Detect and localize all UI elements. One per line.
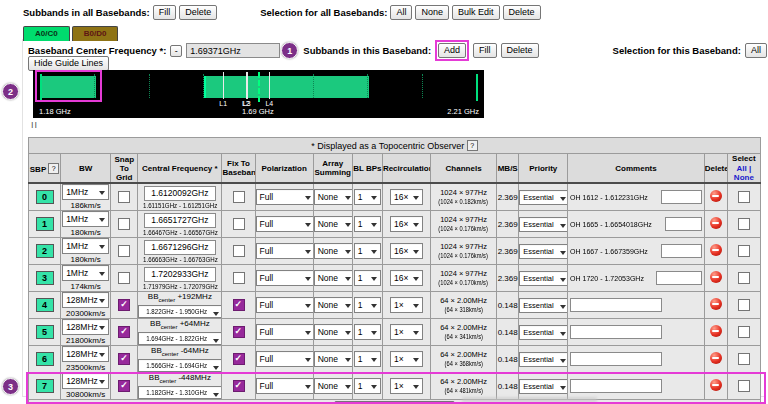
delete-subband-icon[interactable]	[710, 379, 722, 391]
bandwidth-select[interactable]: 128MHz	[62, 292, 109, 308]
snap-to-grid-checkbox[interactable]	[118, 299, 130, 311]
select-subband-checkbox[interactable]	[738, 299, 750, 311]
tab-b0d0[interactable]: B0/D0	[72, 26, 119, 41]
select-subband-checkbox[interactable]	[738, 245, 750, 257]
select-subband-checkbox[interactable]	[738, 326, 750, 338]
bandwidth-select[interactable]: 128MHz	[62, 346, 109, 362]
array-summing-select[interactable]: None	[314, 270, 353, 286]
snap-to-grid-checkbox[interactable]	[118, 191, 130, 203]
delete-subband-icon[interactable]	[710, 298, 722, 310]
priority-select[interactable]: Essential	[519, 352, 568, 367]
select-all-button[interactable]: All	[390, 5, 412, 20]
comment-input[interactable]	[665, 217, 701, 231]
tab-a0c0[interactable]: A0/C0	[23, 26, 70, 41]
subband-block[interactable]	[204, 76, 370, 98]
delete-subband-icon[interactable]	[710, 271, 722, 283]
priority-select[interactable]: Essential	[519, 217, 568, 232]
add-subband-button-top[interactable]: Add	[438, 43, 466, 58]
fix-to-baseband-checkbox[interactable]	[233, 245, 245, 257]
bandwidth-select[interactable]: 1MHz	[62, 184, 109, 200]
bl-bps-select[interactable]: 1	[354, 351, 381, 367]
bl-bps-select[interactable]: 1	[354, 378, 381, 394]
priority-select[interactable]: Essential	[519, 190, 568, 205]
bl-bps-select[interactable]: 1	[354, 216, 381, 232]
polarization-select[interactable]: Full	[256, 243, 314, 259]
comment-input[interactable]	[570, 325, 662, 339]
snap-to-grid-checkbox[interactable]	[118, 272, 130, 284]
delete-baseband-subbands-button[interactable]: Delete	[501, 43, 539, 58]
select-all-this-button[interactable]: All	[745, 43, 767, 58]
polarization-select[interactable]: Full	[256, 351, 314, 367]
fix-to-baseband-checkbox[interactable]	[233, 218, 245, 230]
delete-subband-icon[interactable]	[710, 352, 722, 364]
delete-subband-icon[interactable]	[710, 217, 722, 229]
array-summing-select[interactable]: None	[314, 189, 353, 205]
polarization-select[interactable]: Full	[256, 297, 314, 313]
select-subband-checkbox[interactable]	[738, 353, 750, 365]
array-summing-select[interactable]: None	[314, 351, 353, 367]
select-subband-checkbox[interactable]	[738, 218, 750, 230]
priority-select[interactable]: Essential	[519, 244, 568, 259]
fix-to-baseband-checkbox[interactable]	[233, 353, 245, 365]
recirculation-select[interactable]: 16×	[390, 216, 423, 232]
comment-input[interactable]	[570, 298, 662, 312]
comment-input[interactable]	[656, 271, 701, 285]
delete-subband-icon[interactable]	[710, 190, 722, 202]
bandwidth-select[interactable]: 128MHz	[62, 319, 109, 335]
bl-bps-select[interactable]: 1	[354, 324, 381, 340]
baseband-center-frequency-input[interactable]	[186, 43, 280, 58]
comment-input[interactable]	[661, 244, 702, 258]
note-help-icon[interactable]: ?	[467, 140, 478, 151]
bandwidth-select[interactable]: 1MHz	[62, 238, 109, 254]
snap-to-grid-checkbox[interactable]	[118, 326, 130, 338]
comment-input[interactable]	[570, 352, 662, 366]
delete-selected-button[interactable]: Delete	[503, 5, 541, 20]
polarization-select[interactable]: Full	[256, 189, 314, 205]
delete-subband-icon[interactable]	[710, 244, 722, 256]
select-subband-checkbox[interactable]	[738, 380, 750, 392]
fix-to-baseband-checkbox[interactable]	[233, 380, 245, 392]
recirculation-select[interactable]: 1×	[390, 297, 423, 313]
delete-subband-icon[interactable]	[710, 325, 722, 337]
fill-all-basebands-button[interactable]: Fill	[153, 5, 177, 20]
delete-all-basebands-button[interactable]: Delete	[179, 5, 217, 20]
array-summing-select[interactable]: None	[314, 324, 353, 340]
polarization-select[interactable]: Full	[256, 324, 314, 340]
bl-bps-select[interactable]: 1	[354, 297, 381, 313]
array-summing-select[interactable]: None	[314, 243, 353, 259]
recirculation-select[interactable]: 1×	[390, 351, 423, 367]
bl-bps-select[interactable]: 1	[354, 189, 381, 205]
comment-input[interactable]	[570, 379, 662, 393]
array-summing-select[interactable]: None	[314, 378, 353, 394]
polarization-select[interactable]: Full	[256, 216, 314, 232]
central-frequency-input[interactable]	[144, 213, 216, 228]
subband-block[interactable]	[40, 76, 97, 98]
sbp-help-icon[interactable]: ?	[48, 163, 59, 174]
recirculation-select[interactable]: 16×	[390, 270, 423, 286]
collapse-baseband-button[interactable]: -	[170, 45, 182, 57]
array-summing-select[interactable]: None	[314, 297, 353, 313]
central-frequency-input[interactable]	[144, 240, 216, 255]
select-subband-checkbox[interactable]	[738, 191, 750, 203]
central-frequency-select[interactable]: 1.822GHz - 1.950GHz	[138, 305, 222, 318]
select-subband-checkbox[interactable]	[738, 272, 750, 284]
recirculation-select[interactable]: 1×	[390, 378, 423, 394]
snap-to-grid-checkbox[interactable]	[118, 353, 130, 365]
central-frequency-input[interactable]	[144, 186, 216, 201]
fix-to-baseband-checkbox[interactable]	[233, 272, 245, 284]
recirculation-select[interactable]: 1×	[390, 324, 423, 340]
array-summing-select[interactable]: None	[314, 216, 353, 232]
bandwidth-select[interactable]: 1MHz	[62, 211, 109, 227]
priority-select[interactable]: Essential	[519, 271, 568, 286]
central-frequency-select[interactable]: 1.182GHz - 1.310GHz	[138, 386, 222, 399]
snap-to-grid-checkbox[interactable]	[118, 380, 130, 392]
recirculation-select[interactable]: 16×	[390, 243, 423, 259]
bulk-edit-button[interactable]: Bulk Edit	[452, 5, 500, 20]
bandwidth-select[interactable]: 1MHz	[62, 265, 109, 281]
snap-to-grid-checkbox[interactable]	[118, 218, 130, 230]
hide-guide-lines-button[interactable]: Hide Guide Lines	[28, 56, 109, 71]
fix-to-baseband-checkbox[interactable]	[233, 326, 245, 338]
polarization-select[interactable]: Full	[256, 378, 314, 394]
priority-select[interactable]: Essential	[519, 379, 568, 394]
central-frequency-input[interactable]	[144, 267, 216, 282]
